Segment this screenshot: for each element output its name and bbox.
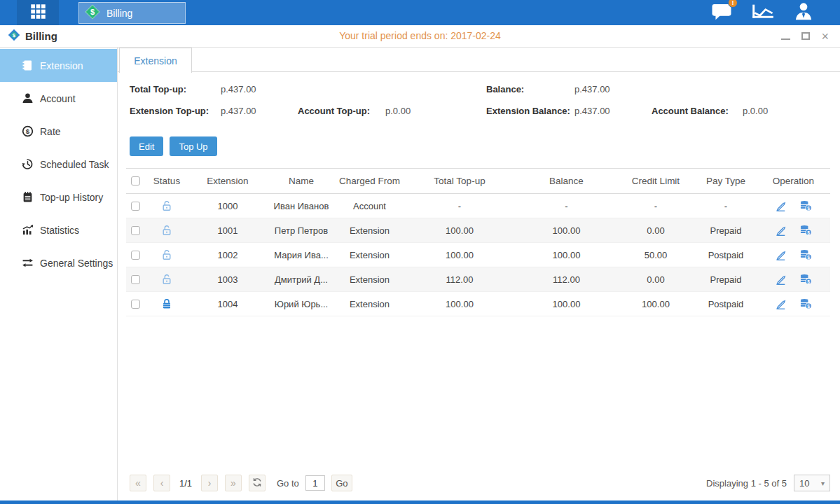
tab-extension[interactable]: Extension (119, 48, 192, 73)
topup-icon[interactable]: $ (799, 274, 812, 285)
row-checkbox[interactable] (131, 300, 140, 309)
lock-open-icon (161, 200, 172, 211)
goto-page-input[interactable] (305, 475, 325, 491)
account-topup-value: p.0.00 (385, 106, 486, 116)
select-all-checkbox[interactable] (131, 176, 140, 186)
page-size-dropdown[interactable]: 10 ▾ (794, 475, 830, 491)
notification-badge: ! (728, 0, 738, 8)
go-button[interactable]: Go (331, 475, 352, 491)
next-page-button[interactable]: › (201, 475, 218, 491)
cell-credit-limit: 50.00 (617, 250, 695, 260)
cell-total-topup: - (403, 201, 516, 211)
cell-credit-limit: 100.00 (617, 299, 695, 309)
maximize-icon (801, 32, 810, 40)
cell-extension: 1004 (189, 299, 266, 309)
table-row-1000: 1000Иван ИвановAccount----$ (126, 194, 830, 218)
minimize-button[interactable] (781, 33, 790, 40)
edit-icon[interactable] (775, 298, 787, 310)
svg-text:$: $ (90, 8, 95, 16)
close-button[interactable]: × (821, 30, 829, 43)
svg-text:$: $ (13, 32, 16, 38)
cell-total-topup: 112.00 (403, 274, 516, 285)
first-page-button[interactable]: « (130, 475, 146, 491)
edit-icon[interactable] (775, 200, 787, 212)
sidebar-item-top-up-history[interactable]: Top-up History (0, 181, 117, 214)
column-header-credit-limit: Credit Limit (617, 176, 695, 186)
column-header-total-top-up: Total Top-up (403, 176, 516, 186)
topup-icon[interactable]: $ (799, 225, 812, 236)
app-launcher-button[interactable] (17, 0, 59, 25)
cell-balance: 112.00 (516, 274, 617, 285)
cell-balance: 100.00 (516, 250, 617, 260)
cell-pay-type: - (695, 201, 757, 211)
svg-text:$: $ (807, 206, 810, 211)
top-up-button[interactable]: Top Up (170, 136, 216, 156)
table-row-1002: 1002Мария Ива...Extension100.00100.0050.… (126, 243, 830, 267)
svg-text:$: $ (807, 230, 810, 236)
svg-text:$: $ (807, 255, 810, 260)
row-checkbox[interactable] (131, 226, 140, 235)
cell-pay-type: Prepaid (695, 274, 757, 285)
cell-name: Юрий Юрь... (266, 299, 336, 309)
svg-text:$: $ (807, 304, 810, 309)
row-checkbox[interactable] (131, 251, 140, 260)
sidebar-item-account[interactable]: Account (0, 82, 117, 115)
messages-button[interactable]: ! (711, 2, 732, 24)
taskbar-item-billing[interactable]: $ Billing (78, 2, 186, 24)
extension-topup-value: p.437.00 (221, 106, 298, 116)
account-balance-value: p.0.00 (743, 106, 768, 116)
row-checkbox[interactable] (131, 202, 140, 211)
sidebar-item-label: Extension (40, 60, 83, 71)
sidebar-item-statistics[interactable]: Statistics (0, 214, 117, 246)
table-row-1001: 1001Петр ПетровExtension100.00100.000.00… (126, 218, 830, 243)
row-checkbox[interactable] (131, 275, 140, 284)
extension-balance-label: Extension Balance: (486, 106, 574, 116)
cell-balance: 100.00 (516, 225, 617, 236)
edit-icon[interactable] (775, 274, 787, 286)
table-header-row: StatusExtensionNameCharged FromTotal Top… (126, 168, 830, 194)
column-header-balance: Balance (516, 176, 617, 186)
column-header-extension: Extension (189, 176, 266, 186)
sidebar-item-label: Account (40, 93, 76, 104)
sidebar-item-label: Rate (40, 126, 61, 137)
cell-charged-from: Extension (336, 299, 403, 309)
topup-icon[interactable]: $ (799, 200, 812, 211)
cell-name: Мария Ива... (266, 250, 336, 260)
minimize-icon (781, 38, 790, 40)
lock-closed-icon (161, 298, 172, 309)
edit-icon[interactable] (775, 249, 787, 261)
topup-icon[interactable]: $ (799, 298, 812, 309)
sidebar-item-general-settings[interactable]: General Settings (0, 246, 117, 279)
prev-page-button[interactable]: ‹ (153, 475, 170, 491)
chart-icon (752, 3, 774, 23)
maximize-button[interactable] (801, 32, 810, 40)
displaying-text: Displaying 1 - 5 of 5 (706, 478, 787, 489)
edit-icon[interactable] (775, 225, 787, 237)
svg-text:$: $ (25, 127, 29, 135)
sidebar: ExtensionAccount$RateScheduled TaskTop-u… (0, 48, 118, 500)
sidebar-item-extension[interactable]: Extension (0, 49, 117, 82)
cell-balance: 100.00 (516, 299, 617, 309)
cell-charged-from: Extension (336, 274, 403, 285)
table-body: 1000Иван ИвановAccount----$1001Петр Петр… (126, 194, 830, 316)
cell-pay-type: Prepaid (695, 225, 757, 236)
topup-icon[interactable]: $ (799, 249, 812, 260)
sidebar-item-label: Statistics (40, 225, 79, 236)
edit-button[interactable]: Edit (130, 136, 163, 156)
account-balance-label: Account Balance: (652, 106, 743, 116)
balance-label: Balance: (486, 84, 574, 94)
last-page-button[interactable]: » (225, 475, 242, 491)
user-icon (794, 2, 813, 23)
sidebar-item-label: Top-up History (40, 192, 103, 203)
lock-open-icon (161, 225, 172, 236)
column-header-operation: Operation (757, 176, 830, 186)
sidebar-item-rate[interactable]: $Rate (0, 115, 117, 148)
svg-text:$: $ (807, 279, 810, 285)
account-icon (21, 92, 34, 105)
cell-name: Иван Иванов (266, 201, 336, 211)
sidebar-item-scheduled-task[interactable]: Scheduled Task (0, 148, 117, 181)
statistics-topbar-button[interactable] (752, 3, 774, 23)
user-account-button[interactable] (794, 2, 813, 23)
refresh-button[interactable] (249, 475, 266, 491)
window-titlebar: $ Billing Your trial period ends on: 201… (0, 25, 840, 48)
